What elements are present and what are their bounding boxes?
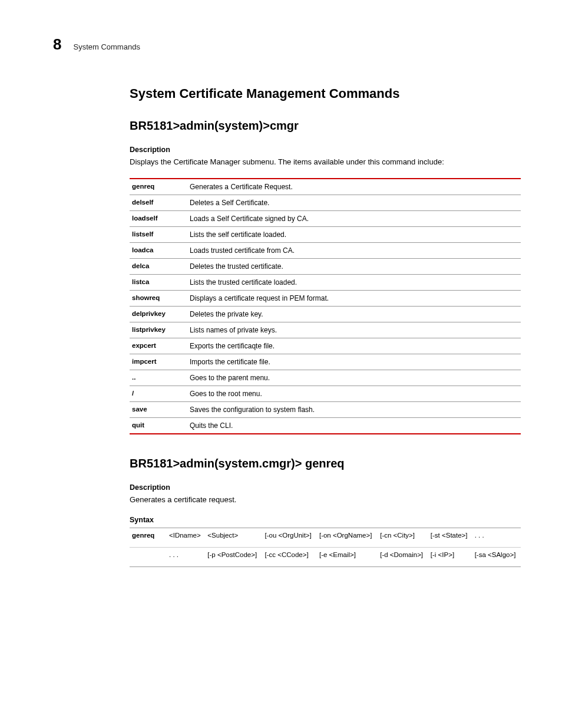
table-row: delselfDeletes a Self Certificate.	[130, 195, 521, 211]
table-row: impcertImports the certificate file.	[130, 354, 521, 370]
syntax-arg: [-st <State>]	[428, 528, 472, 548]
description-label: Description	[130, 483, 521, 492]
syntax-arg: [-i <IP>]	[428, 548, 472, 567]
command-description: Exports the certificaqte file.	[187, 338, 521, 354]
table-row: expcertExports the certificaqte file.	[130, 338, 521, 354]
command-description: Goes to the root menu.	[187, 386, 521, 402]
command-name: delprivkey	[130, 307, 187, 322]
syntax-arg: <Subject>	[205, 528, 262, 548]
description-label: Description	[130, 146, 521, 154]
command-description: Displays a certificate request in PEM fo…	[187, 291, 521, 307]
table-row: saveSaves the configuration to system fl…	[130, 402, 521, 418]
command-description: Loads trusted certificate from CA.	[187, 243, 521, 259]
genreq-path-heading: BR5181>admin(system.cmgr)> genreq	[130, 457, 521, 470]
syntax-arg: [-sa <SAlgo>]	[472, 548, 521, 567]
table-row: delcaDeletes the trusted certificate.	[130, 259, 521, 275]
command-name: delca	[130, 259, 187, 275]
command-name: delself	[130, 195, 187, 211]
syntax-arg: [-on <OrgName>]	[317, 528, 378, 548]
syntax-command	[130, 548, 167, 567]
command-name: quit	[130, 418, 187, 434]
command-name: genreq	[130, 179, 187, 195]
table-row: genreqGenerates a Certificate Request.	[130, 179, 521, 195]
table-row: showreqDisplays a certificate request in…	[130, 291, 521, 307]
command-description: Deletes the private key.	[187, 307, 521, 322]
syntax-arg: [-ou <OrgUnit>]	[263, 528, 317, 548]
table-row: /Goes to the root menu.	[130, 386, 521, 402]
command-name: listprivkey	[130, 322, 187, 338]
command-description: Saves the configuration to system flash.	[187, 402, 521, 418]
genreq-syntax-table: genreq<IDname><Subject>[-ou <OrgUnit>][-…	[130, 528, 521, 567]
syntax-arg: [-cc <CCode>]	[263, 548, 317, 567]
table-row: delprivkeyDeletes the private key.	[130, 307, 521, 322]
command-description: Lists the trusted certificate loaded.	[187, 275, 521, 291]
command-name: loadself	[130, 211, 187, 227]
command-name: impcert	[130, 354, 187, 370]
section-title: System Certificate Management Commands	[130, 86, 521, 101]
table-row: listprivkeyLists names of private keys.	[130, 322, 521, 338]
syntax-arg: . . .	[472, 528, 521, 548]
command-description: Lists names of private keys.	[187, 322, 521, 338]
table-row: listselfLists the self certificate loade…	[130, 227, 521, 243]
table-row: listcaLists the trusted certificate load…	[130, 275, 521, 291]
description-text: Generates a certificate request.	[130, 495, 521, 504]
table-row: loadcaLoads trusted certificate from CA.	[130, 243, 521, 259]
command-description: Deletes the trusted certificate.	[187, 259, 521, 275]
syntax-arg: [-d <Domain>]	[378, 548, 428, 567]
cmgr-commands-table: genreqGenerates a Certificate Request.de…	[130, 178, 521, 434]
syntax-arg: . . .	[167, 548, 205, 567]
syntax-arg: [-cn <City>]	[378, 528, 428, 548]
command-description: Loads a Self Certificate signed by CA.	[187, 211, 521, 227]
command-description: Quits the CLI.	[187, 418, 521, 434]
command-name: loadca	[130, 243, 187, 259]
command-name: ..	[130, 370, 187, 386]
table-row: quitQuits the CLI.	[130, 418, 521, 434]
syntax-arg: [-p <PostCode>]	[205, 548, 262, 567]
command-name: listca	[130, 275, 187, 291]
syntax-command: genreq	[130, 528, 167, 548]
table-row: . . .[-p <PostCode>][-cc <CCode>][-e <Em…	[130, 548, 521, 567]
table-row: ..Goes to the parent menu.	[130, 370, 521, 386]
table-row: loadselfLoads a Self Certificate signed …	[130, 211, 521, 227]
command-description: Goes to the parent menu.	[187, 370, 521, 386]
syntax-arg: [-e <Email>]	[317, 548, 378, 567]
command-name: listself	[130, 227, 187, 243]
command-description: Lists the self certificate loaded.	[187, 227, 521, 243]
syntax-label: Syntax	[130, 516, 521, 524]
command-name: expcert	[130, 338, 187, 354]
command-description: Imports the certificate file.	[187, 354, 521, 370]
description-text: Displays the Certificate Manager submenu…	[130, 157, 521, 166]
command-description: Deletes a Self Certificate.	[187, 195, 521, 211]
command-description: Generates a Certificate Request.	[187, 179, 521, 195]
breadcrumb: System Commands	[73, 42, 140, 51]
table-row: genreq<IDname><Subject>[-ou <OrgUnit>][-…	[130, 528, 521, 548]
cmgr-path-heading: BR5181>admin(system)>cmgr	[130, 119, 521, 133]
command-name: save	[130, 402, 187, 418]
command-name: showreq	[130, 291, 187, 307]
syntax-arg: <IDname>	[167, 528, 205, 548]
command-name: /	[130, 386, 187, 402]
page-number: 8	[53, 35, 61, 54]
